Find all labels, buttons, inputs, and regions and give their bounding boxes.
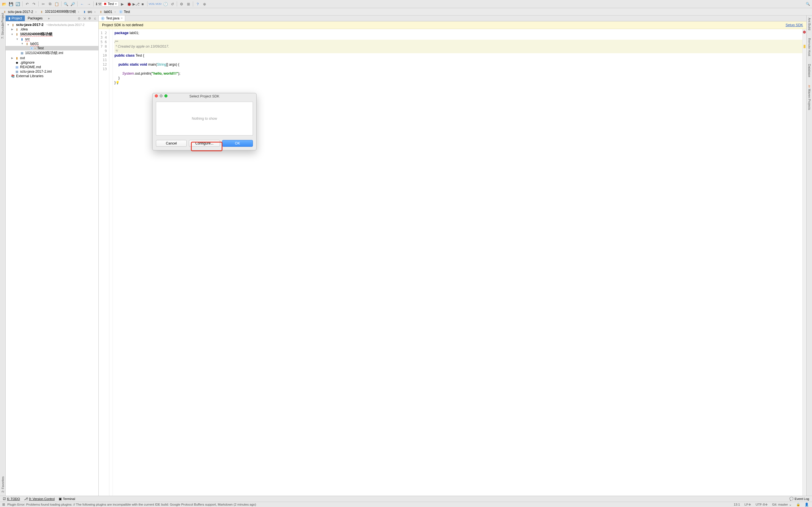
- libraries-icon: 📚: [11, 74, 15, 78]
- tree-gitignore[interactable]: ◆.gitignore: [6, 60, 98, 65]
- tree-readme[interactable]: ▤README.md: [6, 65, 98, 69]
- paste-icon[interactable]: 📋: [54, 1, 60, 7]
- tab-project[interactable]: ▮Project: [6, 15, 25, 21]
- folder-icon: ▮: [40, 10, 44, 14]
- hide-icon[interactable]: ⎌: [93, 17, 97, 20]
- chevron-right-icon: ▸: [48, 16, 50, 20]
- tool-event-log[interactable]: 💬Event Log: [790, 497, 809, 501]
- editor-tab-test[interactable]: c Test.java ×: [99, 15, 125, 21]
- open-icon[interactable]: 📂: [1, 1, 7, 7]
- crumb-module[interactable]: ▮10210240089陈功锁: [39, 9, 81, 15]
- configure-button[interactable]: Configure...: [189, 140, 220, 147]
- tool-todo[interactable]: ☑6: TODO: [3, 497, 20, 501]
- crumb-test[interactable]: cTest: [118, 9, 135, 14]
- tool-maven[interactable]: m Maven Projects: [808, 84, 811, 111]
- tool-database[interactable]: Database: [808, 63, 811, 78]
- tree-out[interactable]: ▶▮out: [6, 56, 98, 60]
- zoom-out-icon[interactable]: 🔎: [70, 1, 76, 7]
- tree-iml[interactable]: ▦10210240089陈功锁.iml: [6, 50, 98, 56]
- tree-module[interactable]: ▼▮10210240089陈功锁: [6, 32, 98, 37]
- folder-icon: ▮: [15, 27, 19, 31]
- sync-icon[interactable]: 🔄: [15, 1, 21, 7]
- collapse-icon[interactable]: ⇲: [82, 17, 87, 20]
- windows-icon[interactable]: ⊞: [2, 503, 5, 506]
- dialog-title: Select Project SDK: [190, 94, 219, 98]
- tree-external-libs[interactable]: 📚External Libraries: [6, 74, 98, 78]
- run-icon[interactable]: ▶: [119, 1, 125, 7]
- tool-version-control[interactable]: ⎇9: Version Control: [24, 497, 55, 501]
- empty-text: Nothing to show: [192, 117, 217, 121]
- redo-icon[interactable]: ↷: [31, 1, 37, 7]
- stop-icon[interactable]: ■: [140, 1, 146, 7]
- forward-icon[interactable]: →: [86, 1, 92, 7]
- plugin-icon[interactable]: ⊕: [201, 1, 207, 7]
- gear-icon[interactable]: ⚙: [87, 17, 92, 20]
- iml-icon: ▦: [20, 51, 24, 55]
- project-structure-icon[interactable]: ⊞: [185, 1, 192, 7]
- tree-test-class[interactable]: c▸Test: [6, 46, 98, 50]
- class-icon: c: [30, 47, 34, 50]
- left-tool-strip: 1: Project 7: Structure 2: Favorites: [0, 15, 6, 496]
- undo-icon[interactable]: ↶: [24, 1, 30, 7]
- tool-favorites[interactable]: 2: Favorites: [0, 476, 6, 492]
- settings-icon[interactable]: ⚙: [179, 1, 185, 7]
- crumb-src[interactable]: ▮src: [82, 9, 98, 14]
- zoom-in-icon[interactable]: 🔍: [63, 1, 69, 7]
- revert-icon[interactable]: ↺: [169, 1, 175, 7]
- encoding[interactable]: UTF-8≑: [755, 503, 769, 506]
- help-icon[interactable]: ?: [195, 1, 201, 7]
- error-stripe[interactable]: [802, 29, 806, 496]
- tab-more[interactable]: ▸: [45, 15, 53, 21]
- fold-gutter[interactable]: [109, 29, 113, 496]
- tree-root-iml[interactable]: ▦sctu-java-2017-2.iml: [6, 69, 98, 74]
- tree-src[interactable]: ▼▮src: [6, 37, 98, 41]
- line-sep[interactable]: LF≑: [744, 503, 752, 506]
- tool-structure[interactable]: 7: Structure: [0, 23, 6, 39]
- intention-bulb-icon[interactable]: 💡: [116, 81, 119, 84]
- crumb-root[interactable]: ▮sctu-java-2017-2: [2, 9, 39, 14]
- vcs-update-icon[interactable]: VCS↓: [149, 1, 155, 7]
- tool-terminal[interactable]: ▣Terminal: [59, 497, 75, 501]
- source-folder-icon: ▮: [20, 38, 24, 41]
- tree-idea[interactable]: ▶▮.idea: [6, 27, 98, 32]
- right-tool-strip: Ant Build Remote Host Database m Maven P…: [806, 15, 812, 496]
- build-icon[interactable]: ⬇⚒: [95, 1, 101, 7]
- ok-button[interactable]: OK: [222, 140, 253, 147]
- maximize-window-icon[interactable]: [164, 94, 167, 98]
- tree-root[interactable]: ▼▮sctu-java-2017-2~/dev/sctu/sctu-java-2…: [6, 22, 98, 27]
- tab-packages[interactable]: Packages: [25, 15, 45, 21]
- tool-remote-host[interactable]: Remote Host: [808, 37, 811, 57]
- coverage-icon[interactable]: ▶⎇: [133, 1, 139, 7]
- run-config-selector[interactable]: ✖ Test ▾: [102, 1, 119, 6]
- breadcrumb: ▮sctu-java-2017-2 ▮10210240089陈功锁 ▮src ▮…: [0, 8, 812, 15]
- dialog-list[interactable]: Nothing to show: [156, 102, 253, 135]
- tool-ant[interactable]: Ant Build: [808, 17, 811, 31]
- error-marker-icon[interactable]: [803, 31, 806, 34]
- warning-marker-icon[interactable]: [804, 45, 806, 48]
- history-icon[interactable]: 🕘: [162, 1, 168, 7]
- project-panel: ▮Project Packages ▸ ⊙ ⇲ ⚙ ⎌ ▼▮sctu-java-…: [6, 15, 99, 496]
- crumb-lab01[interactable]: ▮lab01: [98, 9, 118, 14]
- tree-lab01[interactable]: ▼▮lab01: [6, 41, 98, 46]
- back-icon[interactable]: ←: [79, 1, 85, 7]
- search-everywhere-icon[interactable]: 🔍: [805, 1, 811, 7]
- cursor-position[interactable]: 13:1: [732, 503, 741, 506]
- sdk-warning-banner: Project SDK is not defined Setup SDK: [99, 21, 806, 29]
- save-icon[interactable]: 💾: [8, 1, 14, 7]
- dialog-titlebar[interactable]: Select Project SDK: [153, 93, 256, 100]
- hector-icon[interactable]: 👤: [804, 503, 810, 506]
- debug-icon[interactable]: 🐞: [126, 1, 132, 7]
- setup-sdk-link[interactable]: Setup SDK: [785, 23, 803, 27]
- cancel-button[interactable]: Cancel: [156, 140, 187, 147]
- lock-icon[interactable]: 🔒: [795, 503, 801, 506]
- cut-icon[interactable]: ✂: [40, 1, 46, 7]
- close-tab-icon[interactable]: ×: [121, 16, 123, 20]
- copy-icon[interactable]: ⧉: [47, 1, 53, 7]
- git-branch[interactable]: Git: master ⌄: [771, 503, 793, 506]
- bottom-tools: ☑6: TODO ⎇9: Version Control ▣Terminal 💬…: [0, 496, 812, 502]
- close-window-icon[interactable]: [155, 94, 158, 98]
- gitignore-icon: ◆: [15, 61, 19, 64]
- autoscroll-icon[interactable]: ⊙: [77, 17, 81, 20]
- vcs-commit-icon[interactable]: VCS↑: [156, 1, 162, 7]
- class-icon: c: [101, 17, 105, 20]
